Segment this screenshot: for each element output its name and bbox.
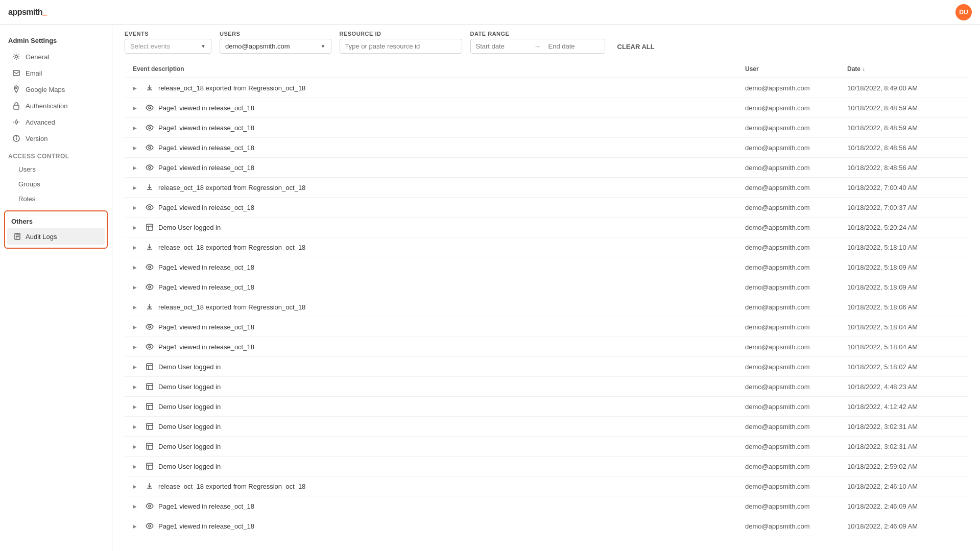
- clear-all-button[interactable]: CLEAR ALL: [613, 40, 659, 54]
- table-row[interactable]: ▶ Demo User logged in demo@appsmith.com …: [125, 417, 968, 437]
- expand-row-button[interactable]: ▶: [133, 523, 141, 529]
- table-row[interactable]: ▶ release_oct_18 exported from Regressio…: [125, 237, 968, 257]
- row-date-cell: 10/18/2022, 8:48:59 AM: [847, 124, 960, 132]
- col-date[interactable]: Date ↓: [847, 65, 960, 73]
- table-row[interactable]: ▶ Demo User logged in demo@appsmith.com …: [125, 357, 968, 377]
- audit-logs-table: Event description User Date ↓ ▶ release_…: [112, 60, 980, 536]
- row-event-cell: ▶ release_oct_18 exported from Regressio…: [133, 183, 745, 192]
- start-date-input[interactable]: [471, 39, 532, 53]
- svg-point-13: [149, 127, 151, 129]
- user-avatar[interactable]: DU: [955, 4, 972, 20]
- table-row[interactable]: ▶ Demo User logged in demo@appsmith.com …: [125, 218, 968, 237]
- sidebar-item-version[interactable]: Version: [4, 130, 108, 147]
- table-row[interactable]: ▶ release_oct_18 exported from Regressio…: [125, 178, 968, 198]
- expand-row-button[interactable]: ▶: [133, 444, 141, 449]
- sidebar-item-general[interactable]: General: [4, 49, 108, 65]
- expand-row-button[interactable]: ▶: [133, 284, 141, 290]
- table-row[interactable]: ▶ Page1 viewed in release_oct_18 demo@ap…: [125, 257, 968, 277]
- table-row[interactable]: ▶ Page1 viewed in release_oct_18 demo@ap…: [125, 277, 968, 297]
- expand-row-button[interactable]: ▶: [133, 324, 141, 330]
- table-row[interactable]: ▶ Demo User logged in demo@appsmith.com …: [125, 377, 968, 397]
- table-row[interactable]: ▶ release_oct_18 exported from Regressio…: [125, 78, 968, 98]
- expand-row-button[interactable]: ▶: [133, 404, 141, 410]
- sidebar-item-google-maps-label: Google Maps: [26, 86, 65, 93]
- lock-icon: [12, 102, 20, 110]
- sidebar-item-users[interactable]: Users: [4, 162, 108, 177]
- expand-row-button[interactable]: ▶: [133, 344, 141, 350]
- view-icon: [145, 163, 154, 172]
- expand-row-button[interactable]: ▶: [133, 504, 141, 509]
- sidebar-item-advanced[interactable]: Advanced: [4, 114, 108, 130]
- table-row[interactable]: ▶ Page1 viewed in release_oct_18 demo@ap…: [125, 317, 968, 337]
- expand-row-button[interactable]: ▶: [133, 125, 141, 131]
- sidebar-item-google-maps[interactable]: Google Maps: [4, 81, 108, 98]
- row-date-cell: 10/18/2022, 5:18:04 AM: [847, 323, 960, 331]
- event-description: Page1 viewed in release_oct_18: [158, 164, 254, 172]
- table-row[interactable]: ▶ Page1 viewed in release_oct_18 demo@ap…: [125, 516, 968, 536]
- download-icon: [145, 83, 154, 92]
- expand-row-button[interactable]: ▶: [133, 245, 141, 250]
- row-user-cell: demo@appsmith.com: [745, 164, 847, 172]
- expand-row-button[interactable]: ▶: [133, 364, 141, 370]
- events-filter-group: Events Select events ▼: [125, 31, 211, 54]
- resource-id-input[interactable]: [340, 39, 462, 54]
- row-user-cell: demo@appsmith.com: [745, 283, 847, 291]
- expand-row-button[interactable]: ▶: [133, 165, 141, 171]
- sidebar-item-roles[interactable]: Roles: [4, 191, 108, 206]
- event-description: Page1 viewed in release_oct_18: [158, 522, 254, 530]
- row-date-cell: 10/18/2022, 2:46:09 AM: [847, 502, 960, 510]
- login-icon: [145, 442, 154, 451]
- sidebar-item-email[interactable]: Email: [4, 65, 108, 81]
- table-row[interactable]: ▶ release_oct_18 exported from Regressio…: [125, 476, 968, 496]
- table-row[interactable]: ▶ Page1 viewed in release_oct_18 demo@ap…: [125, 158, 968, 178]
- event-description: Page1 viewed in release_oct_18: [158, 323, 254, 331]
- table-row[interactable]: ▶ Page1 viewed in release_oct_18 demo@ap…: [125, 198, 968, 218]
- sidebar-item-audit-logs[interactable]: Audit Logs: [7, 228, 105, 245]
- row-user-cell: demo@appsmith.com: [745, 263, 847, 271]
- svg-rect-17: [147, 224, 153, 230]
- sidebar-item-advanced-label: Advanced: [26, 118, 55, 126]
- row-user-cell: demo@appsmith.com: [745, 483, 847, 490]
- users-filter-group: Users demo@appsmith.com ▼: [220, 31, 331, 54]
- expand-row-button[interactable]: ▶: [133, 145, 141, 151]
- svg-point-16: [149, 206, 151, 208]
- row-date-cell: 10/18/2022, 5:18:10 AM: [847, 244, 960, 251]
- sidebar-item-groups[interactable]: Groups: [4, 177, 108, 191]
- expand-row-button[interactable]: ▶: [133, 484, 141, 489]
- table-row[interactable]: ▶ Page1 viewed in release_oct_18 demo@ap…: [125, 496, 968, 516]
- events-select[interactable]: Select events ▼: [125, 39, 211, 54]
- row-event-cell: ▶ release_oct_18 exported from Regressio…: [133, 243, 745, 252]
- table-row[interactable]: ▶ Page1 viewed in release_oct_18 demo@ap…: [125, 118, 968, 138]
- row-event-cell: ▶ Demo User logged in: [133, 362, 745, 371]
- expand-row-button[interactable]: ▶: [133, 85, 141, 91]
- table-row[interactable]: ▶ Demo User logged in demo@appsmith.com …: [125, 397, 968, 417]
- users-select[interactable]: demo@appsmith.com ▼: [220, 39, 331, 54]
- expand-row-button[interactable]: ▶: [133, 464, 141, 469]
- expand-row-button[interactable]: ▶: [133, 225, 141, 230]
- table-row[interactable]: ▶ Demo User logged in demo@appsmith.com …: [125, 437, 968, 457]
- end-date-input[interactable]: [543, 39, 605, 53]
- table-row[interactable]: ▶ release_oct_18 exported from Regressio…: [125, 297, 968, 317]
- row-event-cell: ▶ Page1 viewed in release_oct_18: [133, 521, 745, 531]
- expand-row-button[interactable]: ▶: [133, 185, 141, 190]
- location-icon: [12, 85, 20, 93]
- expand-row-button[interactable]: ▶: [133, 105, 141, 111]
- table-row[interactable]: ▶ Page1 viewed in release_oct_18 demo@ap…: [125, 98, 968, 118]
- audit-logs-label: Audit Logs: [26, 233, 57, 241]
- row-event-cell: ▶ Page1 viewed in release_oct_18: [133, 342, 745, 351]
- svg-rect-30: [147, 403, 153, 410]
- table-row[interactable]: ▶ Page1 viewed in release_oct_18 demo@ap…: [125, 138, 968, 158]
- expand-row-button[interactable]: ▶: [133, 304, 141, 310]
- sidebar-item-authentication[interactable]: Authentication: [4, 98, 108, 114]
- expand-row-button[interactable]: ▶: [133, 424, 141, 429]
- gear-icon: [12, 53, 20, 61]
- table-row[interactable]: ▶ Page1 viewed in release_oct_18 demo@ap…: [125, 337, 968, 357]
- event-description: release_oct_18 exported from Regression_…: [158, 84, 305, 92]
- svg-rect-24: [147, 364, 153, 370]
- table-row[interactable]: ▶ Demo User logged in demo@appsmith.com …: [125, 457, 968, 476]
- expand-row-button[interactable]: ▶: [133, 265, 141, 270]
- events-filter-label: Events: [125, 31, 211, 37]
- expand-row-button[interactable]: ▶: [133, 384, 141, 390]
- row-event-cell: ▶ Demo User logged in: [133, 442, 745, 451]
- expand-row-button[interactable]: ▶: [133, 205, 141, 210]
